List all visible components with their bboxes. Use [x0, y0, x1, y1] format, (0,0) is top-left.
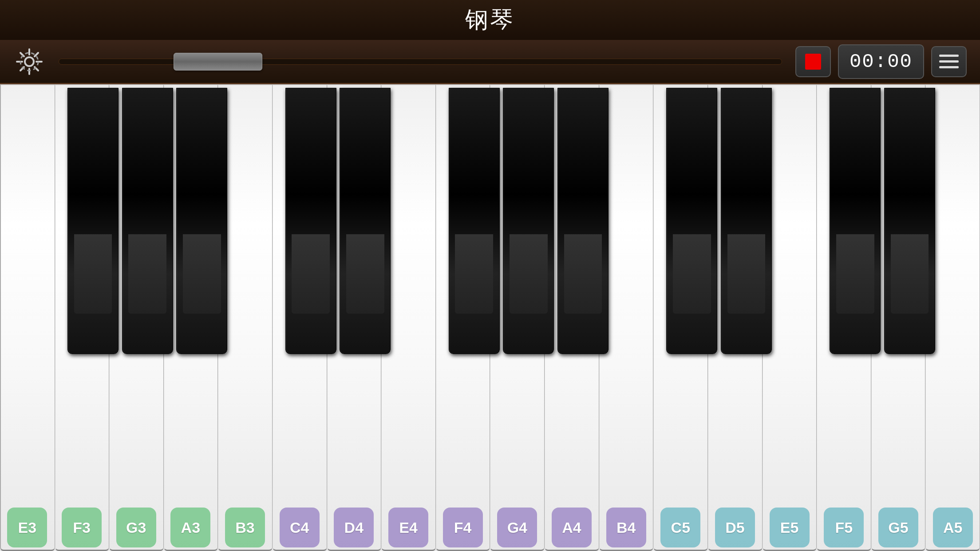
- svg-point-0: [25, 57, 34, 66]
- black-key-6[interactable]: [503, 88, 554, 354]
- menu-icon-line1: [939, 55, 959, 57]
- svg-line-7: [35, 53, 38, 56]
- menu-icon-line3: [939, 66, 959, 68]
- slider-track: [59, 59, 782, 65]
- menu-button[interactable]: [931, 46, 967, 77]
- black-key-9[interactable]: [721, 88, 772, 354]
- app-title: 钢琴: [465, 4, 515, 35]
- black-key-4[interactable]: [340, 88, 391, 354]
- black-key-11[interactable]: [884, 88, 935, 354]
- black-key-3[interactable]: [285, 88, 336, 354]
- record-button[interactable]: [795, 46, 831, 77]
- timer-display: 00:00: [838, 44, 924, 79]
- settings-button[interactable]: [13, 46, 45, 78]
- black-key-8[interactable]: [666, 88, 717, 354]
- black-key-2[interactable]: [176, 88, 227, 354]
- piano-area: E3F3G3A3B3C4D4E4F4G4A4B4C5D5E5F5G5A5: [0, 84, 980, 551]
- control-bar: 00:00: [0, 40, 980, 84]
- white-key-0[interactable]: [0, 84, 55, 551]
- gear-icon: [15, 47, 43, 76]
- black-key-0[interactable]: [67, 88, 119, 354]
- black-key-7[interactable]: [557, 88, 609, 354]
- octave-slider-area[interactable]: [59, 51, 782, 73]
- black-key-10[interactable]: [830, 88, 881, 354]
- black-key-1[interactable]: [122, 88, 173, 354]
- title-bar: 钢琴: [0, 0, 980, 40]
- record-icon: [805, 54, 821, 70]
- piano-keys: E3F3G3A3B3C4D4E4F4G4A4B4C5D5E5F5G5A5: [0, 84, 980, 551]
- black-keys: [0, 84, 980, 374]
- right-controls: 00:00: [795, 44, 967, 79]
- black-key-5[interactable]: [449, 88, 500, 354]
- slider-thumb[interactable]: [174, 53, 262, 71]
- menu-icon-line2: [939, 60, 959, 63]
